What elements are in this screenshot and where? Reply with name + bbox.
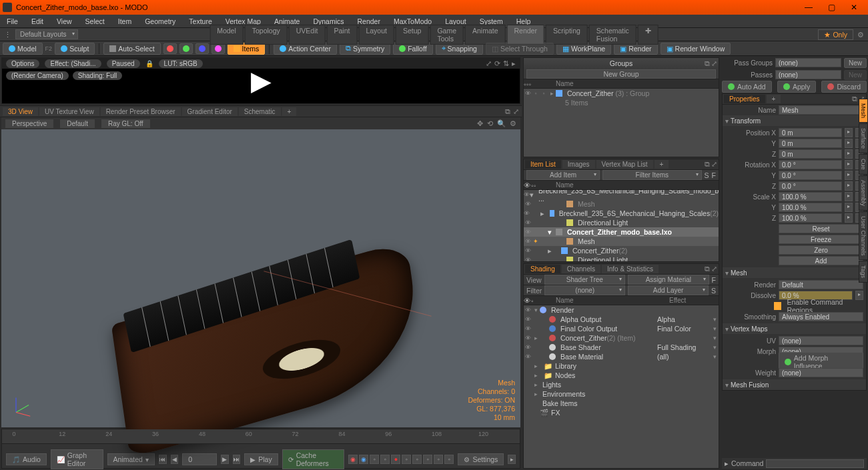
popout-icon[interactable]: ⧉ [505, 107, 510, 116]
play-button[interactable]: ▶ Play [244, 453, 278, 465]
posz-field[interactable]: 0 m [779, 149, 842, 159]
tab-gradient[interactable]: Gradient Editor [182, 107, 238, 116]
rotx-field[interactable]: 0.0 ° [779, 160, 842, 169]
close-button[interactable]: ✕ [843, 0, 865, 15]
command-input[interactable] [766, 459, 864, 468]
tab-scripting[interactable]: Scripting [546, 25, 588, 45]
scalex-field[interactable]: 100.0 % [779, 192, 842, 201]
discard-button[interactable]: Discard [821, 81, 867, 93]
section-meshfusion[interactable]: Mesh Fusion [723, 379, 866, 390]
shaderview-dropdown[interactable]: Shader Tree [544, 275, 626, 285]
menu-view[interactable]: View [50, 15, 79, 27]
rotate-icon[interactable]: ⟲ [487, 119, 493, 128]
key-f-icon[interactable]: ◦ [434, 455, 443, 464]
lock-icon[interactable]: 🔒 [145, 60, 153, 67]
key-d-icon[interactable]: ◦ [412, 455, 422, 464]
sidetab-userchannels[interactable]: User Channels [859, 211, 868, 261]
sidetab-mesh[interactable]: Mesh [859, 99, 868, 123]
posy-field[interactable]: 0 m [779, 139, 842, 148]
tab-add[interactable]: + [655, 160, 669, 169]
section-mesh[interactable]: Mesh [723, 267, 866, 278]
scalez-field[interactable]: 100.0 % [779, 213, 842, 223]
shader-row[interactable]: 👁Base ShaderFull Shading▾ [524, 343, 719, 352]
move-icon[interactable]: ✥ [477, 119, 483, 128]
selectthrough-button[interactable]: ◫Select Through [486, 43, 554, 55]
mesh-object[interactable] [88, 256, 435, 443]
menu-geometry[interactable]: Geometry [138, 15, 182, 27]
shader-row[interactable]: 👁▸Concert_Zither(2) (Item)▾ [524, 333, 719, 343]
apply-button[interactable]: Apply [777, 81, 816, 93]
sel-poly[interactable] [195, 43, 209, 54]
passes-dropdown[interactable]: (none) [775, 70, 841, 79]
list-item[interactable]: 👁✦Mesh [524, 237, 719, 246]
tab-infostat[interactable]: Info & Statistics [602, 265, 659, 273]
menu-item[interactable]: Item [111, 15, 138, 27]
tab-uvtexture[interactable]: UV Texture View [39, 107, 99, 116]
section-vertexmaps[interactable]: Vertex Maps [723, 323, 866, 334]
popout-icon[interactable]: ⧉ [705, 265, 710, 273]
shader-row[interactable]: 🎬FX [524, 408, 719, 417]
f-icon[interactable]: F [712, 276, 716, 284]
timeline-ruler[interactable]: 0 12 24 36 48 60 72 84 96 108 120 [2, 429, 520, 444]
end-icon[interactable]: ▸ [508, 455, 516, 464]
key-red-icon[interactable]: ◉ [348, 455, 358, 464]
tab-vertexmaplist[interactable]: Vertex Map List [596, 160, 653, 169]
viewgear-icon[interactable]: ⚙ [510, 119, 516, 128]
arrows-icon[interactable]: ⇅ [503, 59, 509, 67]
shader-row[interactable]: ▸Lights [524, 380, 719, 389]
tab-add[interactable]: + [767, 95, 781, 103]
expand-icon[interactable]: ⤢ [486, 59, 492, 67]
list-item[interactable]: 👁▸Concert_Zither(2) [524, 246, 719, 255]
view-perspective[interactable]: Perspective [5, 119, 53, 128]
filteritems-input[interactable]: Filter Items [602, 170, 702, 180]
autoadd-button[interactable]: Auto Add [722, 81, 772, 93]
menu-file[interactable]: File [0, 15, 25, 27]
tab-renderpreset[interactable]: Render Preset Browser [101, 107, 181, 116]
camera-pill[interactable]: (Render Camera) [6, 71, 69, 80]
goto-start-button[interactable]: ⏮ [159, 455, 167, 464]
refresh-icon[interactable]: ⟳ [494, 59, 500, 67]
autoselect-button[interactable]: Auto-Select [103, 43, 160, 55]
paused-pill[interactable]: Paused [107, 59, 140, 68]
view-default[interactable]: Default [60, 119, 95, 128]
tab-shading[interactable]: Shading [525, 265, 560, 273]
expand2-icon[interactable]: ⤢ [513, 107, 519, 116]
section-transform[interactable]: Transform [723, 115, 866, 126]
tab-layout[interactable]: Layout [358, 25, 394, 45]
shader-row[interactable]: ▸📁Nodes [524, 371, 719, 380]
addlayer-dropdown[interactable]: Add Layer [628, 285, 709, 295]
goto-end-button[interactable]: ⏭ [233, 455, 241, 464]
gear-icon[interactable]: ⚙ [857, 31, 864, 39]
weight-dropdown[interactable]: (none) [779, 368, 863, 377]
sidetab-surface[interactable]: Surface [859, 123, 868, 153]
cache-button[interactable]: ⟳ Cache Deformers [282, 449, 345, 469]
tab-topology[interactable]: Topology [245, 25, 288, 45]
mode-model[interactable]: Model [3, 43, 43, 55]
shader-row[interactable]: 👁Alpha OutputAlpha▾ [524, 315, 719, 324]
key-blue-icon[interactable]: ◉ [359, 455, 368, 464]
tab-animate[interactable]: Animate [465, 25, 506, 45]
sel-edge[interactable] [179, 43, 193, 54]
shader-row[interactable]: ▸Environments [524, 389, 719, 399]
expand-icon[interactable]: ⤢ [711, 265, 717, 273]
add-button[interactable]: Add [779, 256, 863, 265]
filter-dropdown[interactable]: (none) [544, 285, 625, 295]
tab-setup[interactable]: Setup [396, 25, 428, 45]
lut-pill[interactable]: LUT: sRGB [159, 59, 203, 68]
frame-field[interactable]: 0 [182, 453, 217, 465]
popout-icon[interactable]: ⧉ [705, 160, 710, 169]
step-fwd-button[interactable]: ▶ [221, 455, 229, 464]
expand-icon[interactable]: ⤢ [711, 160, 717, 169]
effect-pill[interactable]: Effect: (Shadi... [45, 59, 101, 68]
tab-add[interactable]: ✚ [638, 25, 659, 45]
tab-properties[interactable]: Properties [724, 95, 765, 103]
maximize-button[interactable]: ▢ [820, 0, 843, 15]
uv-dropdown[interactable]: (none) [779, 336, 863, 345]
tab-paint[interactable]: Paint [326, 25, 357, 45]
tab-model[interactable]: Model [209, 25, 244, 45]
layouts-dropdown[interactable]: Default Layouts [15, 29, 78, 39]
zero-button[interactable]: Zero [779, 245, 863, 255]
shader-row[interactable]: 👁Final Color OutputFinal Color▾ [524, 324, 719, 333]
freeze-button[interactable]: Freeze [779, 235, 863, 244]
s-icon[interactable]: S [705, 171, 709, 179]
